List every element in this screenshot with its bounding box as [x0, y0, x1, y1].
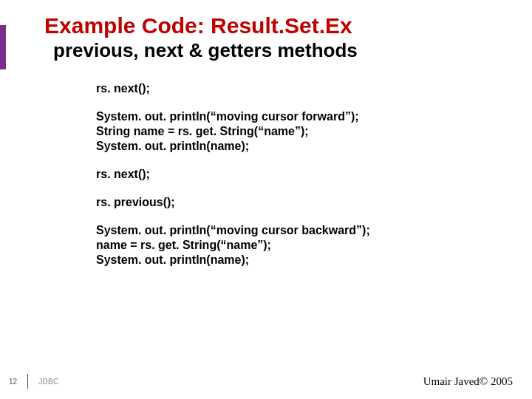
code-content: rs. next(); System. out. println(“moving… — [96, 81, 532, 267]
code-line: name = rs. get. String(“name”); — [96, 238, 532, 253]
code-line: System. out. println(“moving cursor back… — [96, 223, 532, 238]
code-line: rs. previous(); — [96, 195, 532, 210]
code-line: System. out. println(name); — [96, 253, 532, 267]
footer-divider — [27, 374, 28, 389]
slide-title: Example Code: Result.Set.Ex — [44, 13, 532, 38]
code-line: String name = rs. get. String(“name”); — [96, 124, 532, 139]
accent-bar — [0, 25, 6, 69]
code-line: rs. next(); — [96, 167, 532, 182]
code-line: System. out. println(“moving cursor forw… — [96, 109, 532, 124]
section-label: JDBC — [38, 378, 58, 386]
credit: Umair Javed© 2005 — [423, 375, 513, 388]
code-line: System. out. println(name); — [96, 139, 532, 154]
title-area: Example Code: Result.Set.Ex previous, ne… — [0, 0, 532, 62]
page-number: 12 — [9, 378, 17, 386]
footer: 12 JDBC Umair Javed© 2005 — [0, 374, 532, 389]
code-line: rs. next(); — [96, 81, 532, 96]
slide-subtitle: previous, next & getters methods — [53, 39, 532, 62]
